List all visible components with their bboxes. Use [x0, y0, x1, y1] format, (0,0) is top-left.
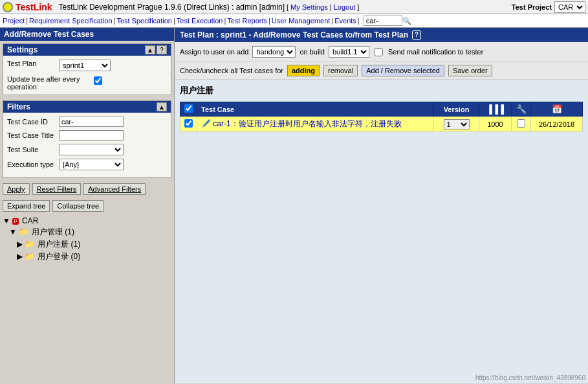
left-panel-header: Add/Remove Test Cases [0, 28, 174, 41]
col-assign-header: 🔧 [512, 102, 531, 117]
assign-checkbox[interactable] [517, 119, 525, 128]
send-mail-label: Send mail notification to tester [388, 48, 483, 56]
test-cases-table: Test Case Version ▐▐▐ 🔧 📅 🖊️ car-1：验证用户注… [180, 102, 583, 132]
assign-label: Assign to user on add [180, 48, 248, 56]
build-label: on build [299, 48, 325, 56]
left-panel: Add/Remove Test Cases Settings ▲ ? Test … [0, 28, 175, 383]
help-icon[interactable]: ? [412, 30, 421, 40]
exec-type-label: Execution type [7, 161, 59, 168]
settings-section: Settings ▲ ? Test Plan sprint1 Update t [3, 43, 171, 95]
tree-folder-user-register[interactable]: ▶ 📁 用户注册 (1) [3, 238, 171, 251]
nav-test-spec[interactable]: Test Specification [116, 17, 172, 25]
col-date-header: 📅 [531, 102, 583, 117]
nav-user-mgmt[interactable]: User Management [272, 17, 331, 25]
advanced-filters-button[interactable]: Advanced Filters [83, 183, 146, 195]
col-testcase-header: Test Case [197, 102, 434, 117]
app-logo: TestLink [3, 2, 52, 12]
tc-title-input[interactable] [59, 130, 124, 141]
tree-label-user-mgmt: 用户管理 (1) [32, 227, 74, 236]
tree-label-register: 用户注册 (1) [38, 240, 80, 249]
tree-folder-user-mgmt[interactable]: ▼ 📁 用户管理 (1) [3, 226, 171, 238]
filters-minimize-btn[interactable]: ▲ [157, 102, 167, 111]
exec-type-select[interactable]: [Any] Manual Automated [59, 159, 124, 170]
build-select[interactable]: build1.1 [329, 46, 369, 58]
test-plan-label: Test Plan [7, 60, 59, 67]
update-tree-checkbox[interactable] [94, 76, 102, 85]
tc-link[interactable]: 🖊️ car-1：验证用户注册时用户名输入非法字符，注册失败 [201, 119, 402, 128]
settings-title: Settings ▲ ? [3, 44, 171, 56]
tree-project-label: CAR [22, 216, 38, 225]
nav-test-reports[interactable]: Test Reports [227, 17, 267, 25]
check-label: Check/uncheck all Test cases for [180, 67, 283, 74]
right-header-title: Test Plan : sprint1 - Add/Remove Test Ca… [180, 30, 408, 40]
filters-title: Filters ▲ [3, 101, 171, 113]
folder-icon-login: 📁 [25, 252, 34, 261]
left-panel-title: Add/Remove Test Cases [4, 30, 94, 39]
version-select[interactable]: 1 [444, 119, 470, 130]
apply-button[interactable]: Apply [3, 183, 30, 195]
send-mail-checkbox[interactable] [375, 48, 383, 56]
row-assign-checkbox-cell[interactable] [512, 117, 531, 132]
reset-filters-button[interactable]: Reset Filters [32, 183, 82, 195]
right-panel: Test Plan : sprint1 - Add/Remove Test Ca… [175, 28, 588, 383]
controls-row: Assign to user on add handong on build b… [175, 42, 588, 62]
table-row: 🖊️ car-1：验证用户注册时用户名输入非法字符，注册失败 1 1000 26… [180, 117, 583, 132]
nav-events[interactable]: Events [334, 17, 356, 25]
tree-buttons-area: Expand tree Collapse tree [0, 198, 174, 213]
settings-minimize-btn[interactable]: ▲ [145, 45, 155, 54]
logo-text: TestLink [16, 2, 52, 12]
test-suite-select[interactable] [59, 144, 124, 155]
col-version-header: Version [434, 102, 479, 117]
expand-tree-button[interactable]: Expand tree [3, 200, 50, 212]
nav-test-exec[interactable]: Test Execution [177, 17, 223, 25]
search-button[interactable]: 🔍 [402, 17, 411, 25]
row-version[interactable]: 1 [434, 117, 479, 132]
test-project-select[interactable]: CAR [554, 1, 585, 13]
logout-link[interactable]: Logout [334, 3, 356, 11]
search-input[interactable] [364, 16, 402, 26]
right-panel-header: Test Plan : sprint1 - Add/Remove Test Ca… [175, 28, 588, 42]
app-title: TestLink Development Prague 1.9.6 (Direc… [59, 3, 512, 12]
tree-project-root[interactable]: ▼ P CAR [3, 216, 171, 226]
tc-title-label: Test Case Title [7, 131, 59, 139]
assign-user-select[interactable]: handong [252, 46, 296, 58]
tree-label-login: 用户登录 (0) [38, 252, 80, 261]
tree-folder-user-login[interactable]: ▶ 📁 用户登录 (0) [3, 251, 171, 263]
row-checkbox-cell[interactable] [180, 117, 197, 132]
filter-buttons-area: Apply Reset Filters Advanced Filters [0, 181, 174, 198]
row-date: 26/12/2018 [531, 117, 583, 132]
row-testcase-name[interactable]: 🖊️ car-1：验证用户注册时用户名输入非法字符，注册失败 [197, 117, 434, 132]
my-settings-link[interactable]: My Settings [290, 3, 327, 11]
col-exec-header: ▐▐▐ [479, 102, 512, 117]
test-suite-label: Test Suite [7, 146, 59, 153]
test-project-label: Test Project [512, 3, 552, 11]
tc-id-label: Test Case ID [7, 118, 59, 126]
folder-icon-user-mgmt: 📁 [19, 227, 28, 236]
watermark: https://blog.csdn.net/weixin_43898960 [475, 374, 585, 381]
folder-icon-register: 📁 [25, 240, 34, 249]
check-row: Check/uncheck all Test cases for adding … [175, 62, 588, 80]
suite-title: 用户注册 [180, 85, 583, 96]
select-all-checkbox[interactable] [184, 104, 193, 113]
tc-id-input[interactable] [59, 117, 124, 127]
project-icon: P [12, 218, 19, 225]
filters-section: Filters ▲ Test Case ID Test Case Title T… [3, 100, 171, 178]
row-exec-count: 1000 [479, 117, 512, 132]
col-check [180, 102, 197, 117]
save-order-button[interactable]: Save order [448, 65, 492, 76]
add-remove-selected-button[interactable]: Add / Remove selected [362, 65, 444, 76]
update-tree-label: Update tree after every operation [7, 75, 91, 91]
row-checkbox[interactable] [184, 119, 193, 128]
navbar: Project| Requirement Specification| Test… [0, 14, 588, 28]
settings-help-btn[interactable]: ? [157, 45, 167, 54]
nav-project[interactable]: Project [3, 17, 25, 25]
removal-button[interactable]: removal [323, 65, 358, 76]
logo-icon [3, 2, 13, 12]
adding-button[interactable]: adding [287, 65, 320, 76]
table-area: 用户注册 Test Case Version ▐▐▐ 🔧 📅 [175, 80, 588, 383]
test-plan-select[interactable]: sprint1 [59, 60, 111, 71]
nav-requirement[interactable]: Requirement Specification [29, 17, 112, 25]
tree-section: ▼ P CAR ▼ 📁 用户管理 (1) ▶ 📁 用户注册 (1) ▶ 📁 用户… [0, 213, 174, 383]
app-title-text: TestLink Development Prague 1.9.6 (Direc… [59, 3, 285, 12]
collapse-tree-button[interactable]: Collapse tree [52, 200, 103, 212]
